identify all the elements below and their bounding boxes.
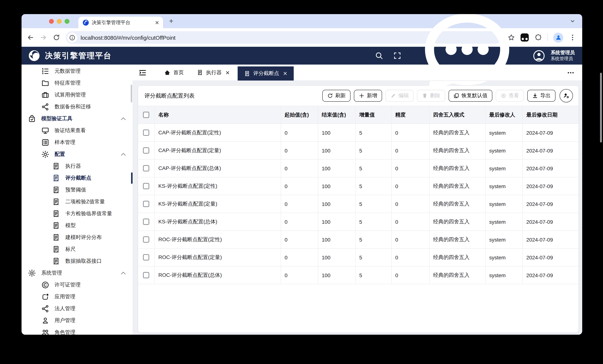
sidebar-item-backup-migrate[interactable]: 数据备份和迁移 <box>22 101 133 113</box>
select-all-checkbox[interactable] <box>143 112 150 118</box>
row-checkbox[interactable] <box>143 219 150 225</box>
table-row[interactable]: CAP-评分截断点配置(总体)010050经典的四舍五入system2024-0… <box>138 159 579 177</box>
sidebar-item-warn-threshold[interactable]: 预警阈值 <box>22 184 133 196</box>
sidebar-item-sample-mgmt[interactable]: 样本管理 <box>22 136 133 148</box>
close-icon[interactable] <box>225 70 230 75</box>
collapse-sidebar-icon[interactable] <box>139 68 147 77</box>
table-cell: 100 <box>318 195 355 213</box>
sidebar-item-trial-case[interactable]: 试算用例管理 <box>22 89 133 101</box>
search-icon[interactable] <box>375 52 383 60</box>
table-cell: ROC-评分截断点配置(定性) <box>154 231 281 249</box>
table-row[interactable]: KS-评分截断点配置(定性)010050经典的四舍五入system2024-07… <box>138 177 579 195</box>
table-row[interactable]: ROC-评分截断点配置(定量)010050经典的四舍五入system2024-0… <box>138 249 579 266</box>
column-header: 结束值(含) <box>318 106 355 124</box>
browser-tab[interactable]: 决策引擎管理平台 <box>78 17 163 28</box>
close-window-button[interactable] <box>49 19 54 23</box>
refresh-button[interactable]: 刷新 <box>322 90 350 102</box>
sidebar-item-validate-result[interactable]: 验证结果查看 <box>22 125 133 136</box>
table-cell: system <box>485 177 522 195</box>
chev-up-icon[interactable] <box>119 150 127 159</box>
sidebar-item-model[interactable]: 模型 <box>22 220 133 231</box>
sidebar-item-metadata[interactable]: 元数据管理 <box>22 65 133 77</box>
user-avatar[interactable] <box>533 49 545 62</box>
table-cell: system <box>485 231 522 249</box>
sidebar-item-model-validate[interactable]: 模型验证工具 <box>22 113 133 125</box>
table-cell: 0 <box>281 124 318 142</box>
row-checkbox[interactable] <box>143 272 150 278</box>
tab-cutoff-point[interactable]: 评分截断点 <box>238 67 294 80</box>
page-scrollbar[interactable] <box>600 73 602 142</box>
minimize-window-button[interactable] <box>57 19 62 23</box>
table-cell: 0 <box>391 159 429 177</box>
sidebar-item-score-dist[interactable]: 建模时评分分布 <box>22 231 133 243</box>
sidebar-item-chi-square[interactable]: 卡方检验临界值常量 <box>22 208 133 220</box>
chev-up-icon[interactable] <box>119 115 127 123</box>
user-settings-button[interactable] <box>559 89 573 102</box>
user-role: 系统管理员 <box>551 56 575 61</box>
folder-icon <box>41 79 49 87</box>
zoom-window-button[interactable] <box>65 19 70 23</box>
user-name: 系统管理员 <box>551 50 575 56</box>
edit-button[interactable]: 编辑 <box>385 90 414 102</box>
table-row[interactable]: CAP-评分截断点配置(定量)010050经典的四舍五入system2024-0… <box>138 142 579 159</box>
sidebar-item-legal-person[interactable]: 法人管理 <box>22 303 133 315</box>
fullscreen-icon[interactable] <box>393 52 401 60</box>
message-bubble-icon[interactable] <box>411 14 523 111</box>
notifications[interactable]: 120 <box>411 14 523 111</box>
tab-home[interactable]: 首页 <box>164 69 184 76</box>
row-checkbox[interactable] <box>143 183 150 189</box>
more-tabs-ellipsis-icon[interactable] <box>567 69 574 76</box>
reload-button[interactable] <box>53 34 60 41</box>
sidebar-item-binomial-z[interactable]: 二项检验Z值常量 <box>22 196 133 208</box>
add-button[interactable]: 新增 <box>354 90 382 102</box>
selected-indicator <box>131 172 133 184</box>
close-icon[interactable] <box>283 71 287 76</box>
sidebar-item-system-mgmt[interactable]: 系统管理 <box>22 267 133 279</box>
row-checkbox[interactable] <box>143 130 150 136</box>
table-row[interactable]: CAP-评分截断点配置(定性)010050经典的四舍五入system2024-0… <box>138 124 579 142</box>
user-info[interactable]: 系统管理员 系统管理员 <box>551 50 575 62</box>
table-row[interactable]: KS-评分截断点配置(定量)010050经典的四舍五入system2024-07… <box>138 195 579 213</box>
table-cell: 0 <box>391 142 429 159</box>
table-cell: KS-评分截断点配置(定量) <box>154 195 281 213</box>
sidebar-item-app-mgmt[interactable]: 应用管理 <box>22 291 133 303</box>
sidebar-item-role-mgmt[interactable]: 角色管理 <box>22 327 133 335</box>
sidebar-item-data-extract[interactable]: 数据抽取器接口 <box>22 255 133 267</box>
row-checkbox[interactable] <box>143 254 150 261</box>
tab-close-icon[interactable] <box>155 20 159 25</box>
sidebar-item-license[interactable]: 许可证管理 <box>22 279 133 291</box>
table-cell: 5 <box>355 231 391 249</box>
row-checkbox-cell <box>138 124 154 142</box>
sidebar-item-feature-lib[interactable]: 特征库管理 <box>22 77 133 89</box>
table-cell: 0 <box>281 177 318 195</box>
sidebar-item-executor[interactable]: 执行器 <box>22 160 133 172</box>
row-checkbox-cell <box>138 231 154 249</box>
table-row[interactable]: KS-评分截断点配置(总体)010050经典的四舍五入system2024-07… <box>138 213 579 231</box>
sidebar-item-label: 预警阈值 <box>65 187 86 193</box>
sidebar-item-config[interactable]: 配置 <box>22 148 133 160</box>
table-row[interactable]: ROC-评分截断点配置(定性)010050经典的四舍五入system2024-0… <box>138 231 579 249</box>
sidebar-item-scale[interactable]: 标尺 <box>22 243 133 255</box>
row-checkbox[interactable] <box>143 237 150 243</box>
sidebar-item-cutoff-point[interactable]: 评分截断点 <box>22 172 133 184</box>
chev-up-icon[interactable] <box>119 269 127 277</box>
new-tab-button[interactable]: + <box>167 17 175 25</box>
row-checkbox-cell <box>138 159 154 177</box>
header-checkbox-cell <box>138 106 154 124</box>
sidebar-item-user-mgmt[interactable]: 用户管理 <box>22 315 133 327</box>
forward-button[interactable] <box>40 34 47 41</box>
row-checkbox[interactable] <box>143 165 150 172</box>
export-button[interactable]: 导出 <box>527 90 556 102</box>
back-button[interactable] <box>27 34 34 41</box>
table-row[interactable]: ROC-评分截断点配置(总体)010050经典的四舍五入system2024-0… <box>138 266 579 284</box>
sidebar-item-label: 数据抽取器接口 <box>65 258 102 264</box>
receipt-icon <box>52 222 60 230</box>
tab-search-chevron-icon[interactable] <box>569 18 576 24</box>
row-checkbox[interactable] <box>143 148 150 154</box>
row-checkbox[interactable] <box>143 201 150 207</box>
site-info-icon[interactable] <box>67 33 77 43</box>
receipt-icon <box>52 186 60 194</box>
tab-executor[interactable]: 执行器 <box>197 69 230 76</box>
list-card: 评分截断点配置列表 刷新新增编辑删除恢复默认值查看导出 <box>138 85 579 333</box>
row-checkbox-cell <box>138 266 154 284</box>
